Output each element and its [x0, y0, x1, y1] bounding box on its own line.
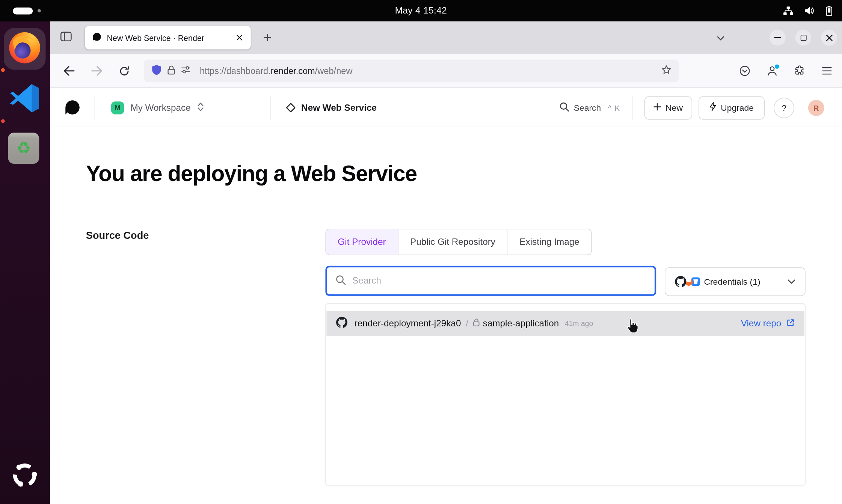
search-shortcut: ^ K	[608, 103, 620, 112]
search-icon	[559, 102, 569, 113]
page-title: New Web Service	[301, 102, 377, 113]
credentials-dropdown[interactable]: Credentials (1)	[665, 267, 806, 296]
help-button[interactable]: ?	[774, 98, 794, 118]
forward-button[interactable]	[86, 61, 107, 81]
firefox-view-icon	[60, 31, 72, 44]
window-minimize-button[interactable]	[770, 30, 786, 46]
page-content: M My Workspace New Web Service	[50, 88, 842, 504]
tab-git-provider[interactable]: Git Provider	[326, 229, 398, 255]
github-icon	[336, 317, 347, 330]
back-button[interactable]	[59, 61, 79, 81]
repo-owner: render-deployment-j29ka0	[355, 318, 461, 329]
tracking-protection-shield-icon[interactable]	[151, 64, 161, 78]
trash-icon: ♻	[17, 140, 31, 156]
lock-icon[interactable]	[167, 65, 175, 77]
external-link-icon	[786, 318, 795, 329]
ubuntu-logo-icon	[10, 460, 40, 492]
upgrade-button[interactable]: Upgrade	[699, 96, 765, 119]
credentials-provider-icons	[675, 276, 697, 287]
repo-updated-time: 41m ago	[565, 320, 593, 327]
url-path: /web/new	[315, 66, 353, 75]
window-maximize-button[interactable]	[795, 30, 812, 46]
workspace-avatar: M	[111, 101, 124, 114]
url-bar[interactable]: https://dashboard.render.com/web/new	[144, 60, 679, 82]
window-close-button[interactable]	[821, 30, 837, 46]
chevron-down-icon	[788, 279, 795, 284]
url-domain: render.com	[271, 66, 315, 75]
tab-bar: New Web Service · Render	[50, 21, 842, 54]
new-button[interactable]: New	[644, 96, 692, 119]
user-avatar[interactable]: R	[808, 100, 824, 116]
lightning-icon	[709, 102, 717, 113]
menu-button[interactable]	[817, 61, 837, 81]
source-type-tabs: Git Provider Public Git Repository Exist…	[325, 229, 592, 255]
battery-icon	[825, 6, 833, 16]
dock-item-show-apps[interactable]	[9, 461, 40, 492]
tab-public-git-repository[interactable]: Public Git Repository	[398, 229, 507, 255]
reload-button[interactable]	[114, 61, 134, 81]
private-repo-lock-icon	[473, 318, 480, 329]
list-all-tabs-button[interactable]	[712, 30, 729, 46]
navigation-toolbar: https://dashboard.render.com/web/new	[50, 54, 842, 88]
dock-item-firefox[interactable]	[4, 28, 46, 70]
header-divider	[95, 96, 95, 120]
maximize-icon	[800, 35, 806, 41]
url-text[interactable]: https://dashboard.render.com/web/new	[200, 66, 353, 76]
bookmark-star-icon[interactable]	[662, 65, 671, 77]
view-repo-label: View repo	[741, 318, 782, 329]
service-diamond-icon	[286, 103, 296, 113]
chevron-up-down-icon	[197, 102, 204, 113]
credentials-label: Credentials (1)	[704, 277, 760, 287]
search-icon	[336, 275, 346, 287]
repo-row[interactable]: render-deployment-j29ka0 / sample-applic…	[326, 311, 804, 336]
system-clock[interactable]: May 4 15:42	[0, 0, 842, 21]
dock-item-vscode[interactable]	[6, 81, 44, 117]
system-tray[interactable]	[783, 0, 833, 21]
network-icon	[783, 6, 794, 15]
vscode-icon	[10, 83, 40, 116]
render-logo-icon[interactable]	[65, 100, 81, 118]
repo-list: render-deployment-j29ka0 / sample-applic…	[325, 303, 805, 486]
global-search[interactable]: Search ^ K	[559, 102, 620, 113]
firefox-icon	[8, 31, 41, 66]
browser-tab[interactable]: New Web Service · Render	[85, 26, 251, 50]
tab-title: New Web Service · Render	[107, 33, 232, 42]
url-prefix: https://dashboard.	[200, 66, 271, 75]
breadcrumb: New Web Service	[287, 88, 377, 127]
account-button[interactable]	[762, 61, 782, 81]
new-tab-button[interactable]	[259, 29, 276, 46]
dock-item-trash[interactable]: ♻	[8, 133, 39, 164]
vscode-running-indicator	[1, 119, 5, 123]
workspace-name: My Workspace	[130, 102, 190, 113]
workspace-switcher[interactable]: M My Workspace	[111, 88, 204, 127]
header-actions: Search ^ K New Upgrade	[559, 88, 824, 127]
repo-search-box	[325, 266, 656, 296]
page-heading: You are deploying a Web Service	[86, 161, 417, 186]
account-notification-dot	[775, 65, 779, 69]
firefox-running-indicator	[1, 68, 5, 72]
close-icon	[825, 34, 833, 41]
repo-path-separator: /	[466, 318, 468, 329]
dashboard-header: M My Workspace New Web Service	[50, 88, 842, 127]
firefox-view-button[interactable]	[57, 29, 75, 46]
browser-window: New Web Service · Render	[50, 21, 842, 504]
repo-search-input[interactable]	[352, 275, 646, 286]
system-top-bar: May 4 15:42	[0, 0, 842, 21]
view-repo-link[interactable]: View repo	[741, 318, 795, 329]
tab-existing-image[interactable]: Existing Image	[507, 229, 591, 255]
render-favicon-icon	[92, 32, 101, 43]
new-button-label: New	[665, 103, 683, 113]
tab-close-button[interactable]	[232, 30, 246, 44]
plus-icon	[654, 103, 661, 113]
help-label: ?	[782, 103, 786, 113]
pocket-button[interactable]	[735, 61, 755, 81]
extensions-button[interactable]	[789, 61, 810, 81]
source-code-label: Source Code	[86, 230, 149, 241]
github-icon	[675, 276, 686, 287]
upgrade-button-label: Upgrade	[721, 103, 754, 113]
search-label: Search	[574, 103, 601, 113]
permissions-icon[interactable]	[181, 66, 191, 76]
header-divider	[270, 96, 270, 120]
volume-icon	[804, 6, 814, 15]
repo-name: sample-application	[483, 318, 559, 329]
